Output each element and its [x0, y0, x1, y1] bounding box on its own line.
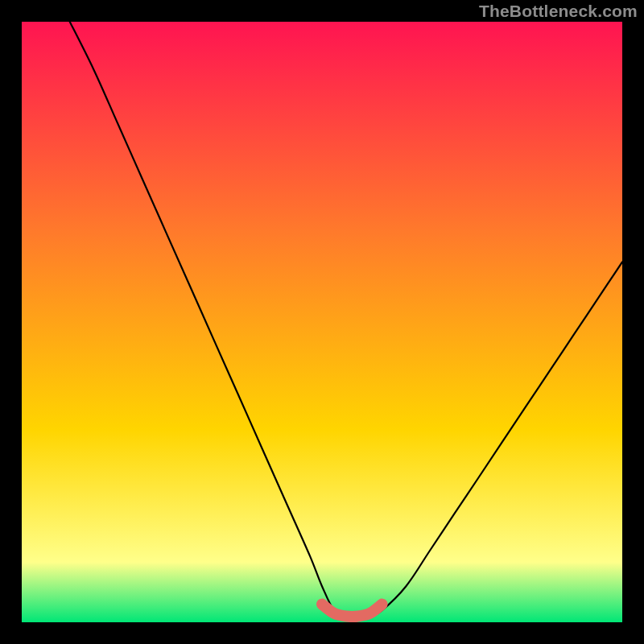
watermark-text: TheBottleneck.com — [479, 2, 638, 21]
outer-frame: TheBottleneck.com — [0, 0, 644, 644]
chart-svg — [22, 22, 622, 622]
chart-area — [22, 22, 622, 622]
